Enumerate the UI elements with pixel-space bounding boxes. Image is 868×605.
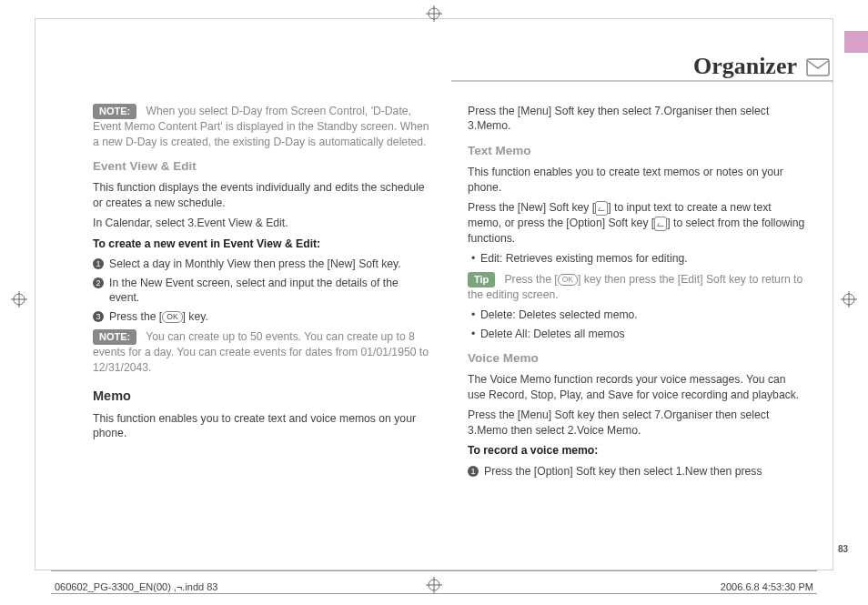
- text-memo-options-2: Delete: Deletes selected memo. Delete Al…: [471, 308, 806, 341]
- text-memo-instructions: Press the [New] Soft key [] to input tex…: [468, 200, 806, 246]
- option-delete: Delete: Deletes selected memo.: [471, 308, 806, 322]
- tip-block: Tip Press the [OK] key then press the [E…: [468, 272, 806, 303]
- page-title: Organizer: [693, 53, 797, 80]
- heading-text-memo: Text Memo: [468, 143, 806, 159]
- note-badge: NOTE:: [93, 329, 136, 345]
- step-number-icon: 3: [93, 311, 104, 322]
- heading-memo: Memo: [93, 388, 431, 406]
- note-block-1: NOTE: When you select D-Day from Screen …: [93, 104, 431, 149]
- note-text: You can create up to 50 events. You can …: [93, 330, 429, 374]
- event-step-1: 1Select a day in Monthly View then press…: [93, 257, 431, 271]
- print-footer: 060602_PG-3300_EN(00) ,¬.indd 83 2006.6.…: [51, 570, 817, 594]
- event-step-3: 3Press the [OK] key.: [93, 309, 431, 324]
- step-number-icon: 1: [468, 466, 479, 477]
- title-rule: [451, 80, 833, 82]
- text-memo-options: Edit: Retrieves existing memos for editi…: [471, 251, 806, 266]
- footer-rule: [51, 593, 817, 594]
- voice-memo-path: Press the [Menu] Soft key then select 7.…: [468, 408, 806, 438]
- step-number-icon: 1: [93, 258, 104, 269]
- step-text: Select a day in Monthly View then press …: [109, 257, 401, 270]
- text-memo-desc: This function enables you to create text…: [468, 165, 806, 195]
- step-number-icon: 2: [93, 277, 104, 288]
- memo-path: Press the [Menu] Soft key then select 7.…: [468, 104, 806, 134]
- event-view-desc: This function displays the events indivi…: [93, 180, 431, 210]
- option-edit: Edit: Retrieves existing memos for editi…: [471, 251, 806, 266]
- content-columns: NOTE: When you select D-Day from Screen …: [93, 98, 806, 543]
- event-step-2: 2In the New Event screen, select and inp…: [93, 276, 431, 306]
- note-text: When you select D-Day from Screen Contro…: [93, 105, 429, 148]
- footer-file-info: 060602_PG-3300_EN(00) ,¬.indd 83: [55, 581, 218, 592]
- footer-rule: [51, 570, 817, 571]
- tip-badge: Tip: [468, 272, 495, 287]
- note-badge: NOTE:: [93, 104, 136, 119]
- mail-icon: [806, 58, 830, 80]
- voice-steps: 1Press the [Option] Soft key then select…: [468, 464, 806, 479]
- side-color-tab: [844, 31, 868, 53]
- memo-desc: This function enables you to create text…: [93, 411, 431, 441]
- event-view-create-heading: To create a new event in Event View & Ed…: [93, 237, 431, 251]
- footer-timestamp: 2006.6.8 4:53:30 PM: [721, 581, 813, 592]
- soft-key-icon: [654, 217, 667, 231]
- event-steps: 1Select a day in Monthly View then press…: [93, 257, 431, 324]
- voice-step-1: 1Press the [Option] Soft key then select…: [468, 464, 806, 479]
- step-text: Press the [Option] Soft key then select …: [484, 465, 762, 478]
- page-number: 83: [838, 544, 848, 554]
- voice-memo-record-heading: To record a voice memo:: [468, 443, 806, 458]
- event-view-path: In Calendar, select 3.Event View & Edit.: [93, 216, 431, 230]
- registration-mark-left: [11, 291, 27, 308]
- left-column: NOTE: When you select D-Day from Screen …: [93, 98, 431, 543]
- registration-mark-top: [426, 5, 442, 22]
- option-delete-all: Delete All: Deletes all memos: [471, 327, 806, 341]
- note-block-2: NOTE: You can create up to 50 events. Yo…: [93, 329, 431, 375]
- ok-key-icon: OK: [558, 274, 578, 286]
- heading-event-view: Event View & Edit: [93, 158, 431, 175]
- right-column: Press the [Menu] Soft key then select 7.…: [468, 98, 806, 543]
- registration-mark-right: [841, 291, 857, 308]
- ok-key-icon: OK: [162, 311, 182, 323]
- voice-memo-desc: The Voice Memo function records your voi…: [468, 372, 806, 402]
- soft-key-icon: [595, 201, 608, 216]
- svg-rect-0: [807, 59, 829, 76]
- step-text: In the New Event screen, select and inpu…: [109, 277, 399, 304]
- heading-voice-memo: Voice Memo: [468, 350, 806, 367]
